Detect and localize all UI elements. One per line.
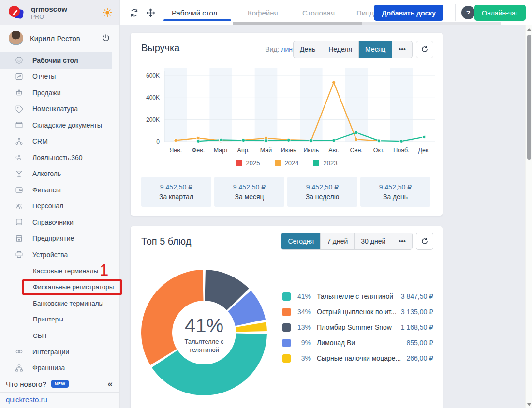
org-icon: [15, 137, 24, 146]
sidebar-subitem[interactable]: Фискальные регистраторы: [0, 279, 119, 295]
tab-board-3[interactable]: Столовая: [302, 0, 335, 25]
user-name: Кирилл Рестов: [30, 34, 101, 43]
top5-refresh-button[interactable]: [416, 233, 433, 250]
top5-legend-row[interactable]: 41%Тальятелле с телятиной3 847,50 ₽: [282, 289, 433, 304]
legend-swatch: [282, 292, 291, 301]
avatar: [9, 31, 23, 45]
sidebar-item-integrations[interactable]: Интеграции: [0, 344, 119, 360]
svg-text:0: 0: [156, 138, 160, 145]
tab-board-2[interactable]: Кофейня: [248, 0, 278, 25]
dish-percent: 3%: [291, 354, 311, 362]
top5-donut-chart: [138, 267, 270, 398]
tabs-scrollbar-track[interactable]: [233, 22, 501, 25]
top5-more-button[interactable]: •••: [392, 233, 412, 249]
revenue-period-button[interactable]: Месяц: [358, 41, 392, 58]
vertical-scrollbar[interactable]: [525, 25, 532, 408]
revenue-period-button[interactable]: Неделя: [322, 41, 358, 58]
move-icon[interactable]: [146, 8, 156, 18]
sidebar-item-label: Алкоголь: [32, 170, 61, 177]
dish-amount: 266,00 ₽: [406, 354, 433, 362]
sidebar-item-label: Франшиза: [32, 364, 65, 372]
dish-amount: 1 168,50 ₽: [401, 323, 433, 331]
stat-label: За квартал: [159, 193, 193, 201]
svg-text:600K: 600K: [146, 73, 160, 79]
scroll-down-arrow-icon[interactable]: [527, 403, 531, 406]
legend-item-2025[interactable]: 2025: [236, 160, 260, 167]
theme-sun-icon[interactable]: [102, 7, 113, 18]
quickresto-link[interactable]: quickresto.ru: [6, 395, 47, 404]
annotation-number: 1: [100, 261, 108, 279]
sidebar-item-label: Устройства: [32, 251, 68, 259]
svg-text:Май: Май: [260, 147, 272, 154]
tab-board-1[interactable]: Рабочий стол: [172, 0, 217, 25]
top5-period-button[interactable]: 7 дней: [320, 233, 354, 249]
revenue-stat-box: 9 452,50 ₽За неделю: [287, 177, 357, 207]
whats-new-row[interactable]: Что нового? NEW «: [0, 377, 113, 391]
sidebar-item-stock-docs[interactable]: Складские документы: [0, 117, 119, 133]
top5-period-button[interactable]: 30 дней: [354, 233, 392, 249]
revenue-more-button[interactable]: •••: [392, 41, 412, 58]
sidebar-item-franchise[interactable]: Франшиза: [0, 360, 119, 377]
sidebar-item-reports[interactable]: Отчеты: [0, 69, 119, 85]
legend-swatch: [282, 323, 291, 332]
svg-text:200K: 200K: [146, 117, 160, 123]
dish-name: Острый цыпленок по ит...: [317, 308, 397, 316]
sidebar-item-dashboard[interactable]: Рабочий стол: [0, 52, 112, 69]
dish-percent: 41%: [291, 292, 311, 300]
dish-name: Сырные палочки моцаре...: [317, 354, 402, 362]
svg-text:Янв.: Янв.: [169, 147, 182, 154]
revenue-refresh-button[interactable]: [416, 41, 433, 58]
brand-header: qrmoscow PRO: [0, 0, 119, 25]
sidebar-item-sales[interactable]: Продажи: [0, 85, 119, 101]
plan-badge: PRO: [31, 14, 102, 20]
sidebar-divider: [0, 392, 119, 393]
svg-text:Июнь: Июнь: [281, 147, 296, 154]
sync-icon[interactable]: [129, 8, 139, 18]
sidebar-item-devices[interactable]: Устройства: [0, 247, 119, 263]
revenue-legend: 202520242023: [131, 160, 443, 167]
svg-text:Нояб.: Нояб.: [393, 147, 409, 154]
sidebar-subitem[interactable]: Принтеры: [0, 311, 119, 328]
sidebar-item-nomenclature[interactable]: Номенклатура: [0, 101, 119, 117]
donut-slice[interactable]: [141, 270, 203, 365]
legend-item-2024[interactable]: 2024: [275, 160, 299, 167]
top5-legend-row[interactable]: 13%Пломбир Summer Snow1 168,50 ₽: [282, 320, 433, 335]
sidebar-item-enterprise[interactable]: Предприятие: [0, 231, 119, 247]
dish-percent: 13%: [291, 323, 311, 331]
sidebar-item-finance[interactable]: Финансы: [0, 182, 119, 198]
sidebar-item-directories[interactable]: Справочники: [0, 214, 119, 231]
logout-power-icon[interactable]: [101, 33, 111, 43]
dish-name: Пломбир Summer Snow: [317, 323, 397, 331]
sidebar-item-label: Рабочий стол: [32, 57, 78, 64]
sidebar-item-alcohol[interactable]: Алкоголь: [0, 166, 119, 182]
revenue-period-button[interactable]: День: [294, 41, 322, 58]
quickresto-logo-icon: [9, 5, 25, 20]
scroll-up-arrow-icon[interactable]: [527, 28, 531, 31]
topbar-divider: [455, 4, 456, 21]
top5-legend-row[interactable]: 9%Лимонад Ви855,00 ₽: [282, 335, 433, 350]
revenue-period-group: ДеньНеделяМесяц•••: [293, 41, 413, 58]
sidebar-subitem[interactable]: СБП: [0, 328, 119, 344]
online-chat-button[interactable]: Онлайн-чат: [474, 5, 526, 21]
sidebar-item-label: Номенклатура: [32, 105, 78, 113]
sidebar-subitem[interactable]: Банковские терминалы: [0, 295, 119, 312]
tabs-scrollbar-thumb[interactable]: [233, 22, 362, 25]
top5-legend-row[interactable]: 3%Сырные палочки моцаре...266,00 ₽: [282, 350, 433, 366]
sidebar-item-crm[interactable]: CRM: [0, 133, 119, 150]
legend-item-2023[interactable]: 2023: [313, 160, 337, 167]
storefront-icon: [15, 234, 24, 243]
infinity-icon: [15, 347, 24, 356]
sidebar-item-label: Финансы: [32, 186, 61, 194]
vertical-scrollbar-thumb[interactable]: [527, 35, 531, 160]
svg-text:Март: Март: [214, 147, 228, 154]
collapse-sidebar-icon[interactable]: «: [107, 379, 113, 389]
account-row[interactable]: Кирилл Рестов: [0, 25, 119, 51]
sidebar-item-label: Складские документы: [32, 121, 102, 129]
top5-period-button[interactable]: Сегодня: [281, 233, 320, 249]
sidebar-item-staff[interactable]: Персонал: [0, 198, 119, 215]
add-board-button[interactable]: Добавить доску: [374, 5, 443, 21]
help-button[interactable]: ?: [461, 6, 475, 19]
dashboard-icon: [15, 56, 24, 65]
top5-legend-row[interactable]: 34%Острый цыпленок по ит...3 135,00 ₽: [282, 304, 433, 320]
sidebar-item-loyalty[interactable]: Лояльность.360: [0, 149, 119, 166]
